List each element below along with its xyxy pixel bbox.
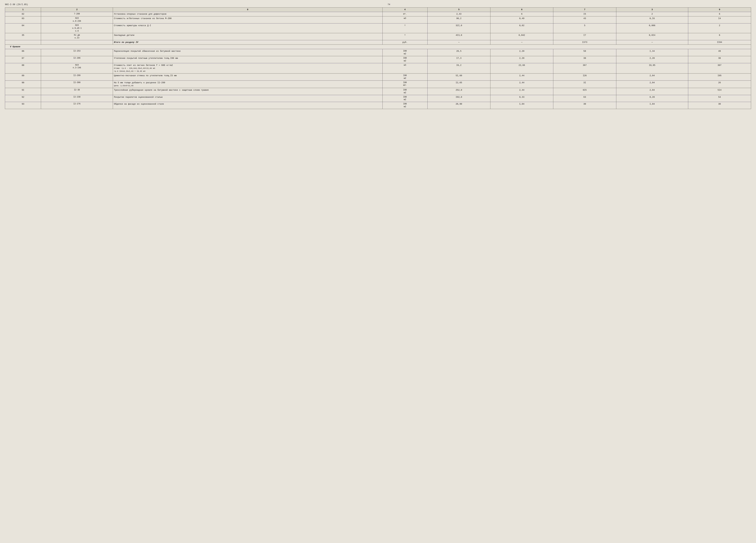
row-col9: 307 [688,63,751,74]
table-row: 90 I2-300 На 5 мм толщи добавить к расце… [5,80,751,88]
total-c5: — [427,40,490,44]
row-ref: ПСП п.3-I46 [41,63,113,74]
row-ref: I2-230 [41,95,113,102]
row-unit: I00 м2- [382,80,427,88]
row-unit: т [382,23,427,33]
total-unit: руб. [382,40,427,44]
col-header-4: 4 [382,8,427,12]
row-col6: I,04 [490,102,553,109]
row-unit: м3 [382,16,427,23]
row-col8: 2,04 [616,88,688,95]
row-col6: 0,042 [490,33,553,40]
row-col5: 5I,60 [427,74,490,81]
row-col6: 2,44 [490,74,553,81]
row-description: Обделки на фасаде из оцинкованной стали [113,102,383,109]
row-col5: I92,0 [427,95,490,102]
table-row: 83 ПСП н.8-236 Стоимость ж/бетонных стак… [5,16,751,23]
row-col5: 2,43 [427,12,490,16]
row-col6: 2,20 [490,56,553,63]
table-row: 86 I2-253 Пароизоляция покрытий обмазочн… [5,49,751,56]
row-ref: I2-253 [41,49,113,56]
col-header-9: 9 [688,8,751,12]
total-ref [41,40,113,44]
row-col9: 2 [688,23,751,33]
header-right [750,3,751,6]
row-col7: I5 [553,12,616,16]
subnote: Отзми: гр.6 - 220,0х0,I0хI,03=22,66 м3 [114,67,155,69]
row-col8: 2,04 [616,80,688,88]
row-ref: I2-299 [41,74,113,81]
row-col5: 28,90 [427,102,490,109]
table-row: 89 I2-299 Цементно-песчаная стяжка по ут… [5,74,751,81]
row-col6: 22,66 [490,63,553,74]
row-unit: I00 м2 [382,56,427,63]
row-description: Утепление покрытий плитным утеплителем т… [113,56,383,63]
total-desc: Итого по разделу IV [113,40,383,44]
row-col5: 90,2 [427,16,490,23]
row-col6: 0,02 [490,23,553,33]
row-id: 83 [5,16,41,23]
row-unit: I00 м2 [382,95,427,102]
row-col6: 0,49 [490,16,553,23]
row-col9: 54 [688,95,751,102]
row-col8: 0,006 [616,23,688,33]
row-col9: 49 [688,49,751,56]
row-col7: 367 [553,63,616,74]
col-header-3: 8 [113,8,383,12]
total-c9: II04 [688,40,751,44]
section-header-cell: V Кровля [5,45,751,49]
row-ref: ПСП н.8-236 [41,16,113,23]
row-col8: I8,95 [616,63,688,74]
row-col7: 38 [553,56,616,63]
col-header-2: 2 [41,8,113,12]
row-col8: 2 [616,12,688,16]
col-header-6: 6 [490,8,553,12]
col-header-8: 3 [616,8,688,12]
col-header-5: 5 [427,8,490,12]
row-unit: I00 м2 [382,88,427,95]
total-c7: I373 [553,40,616,44]
total-c6: — [490,40,553,44]
row-ref: I2-300 [41,80,113,88]
row-description: Закладные детали [113,33,383,40]
row-col5: 26,5 [427,49,490,56]
row-col5: I7,3 [427,56,490,63]
row-col5: 4I3,0 [427,33,490,40]
row-col7: 63 [553,95,616,102]
row-description: Стоимость плит из легких бетонов f = 600… [113,63,383,74]
row-ref: 7-209 [41,12,113,16]
row-id: 82 [5,12,41,16]
row-unit: I00 м2 [382,74,427,81]
row-ref: I2-286 [41,56,113,63]
row-description: Стоимость арматуры класса Д-I [113,23,383,33]
row-description: Цементно-песчаная стяжка по утеплителю т… [113,74,383,81]
row-col9: 6 [688,12,751,16]
row-col8: 0,28 [616,95,688,102]
row-unit: I00 м2 [382,102,427,109]
row-description: На 5 мм толщи добавить к расценке I2-299… [113,80,383,88]
table-header-row: 1 2 8 4 5 6 7 3 9 [5,8,751,12]
table-row: 93 I2-276 Обделки на фасаде из оцинкован… [5,102,751,109]
row-id: 90 [5,80,41,88]
row-col9: 38 [688,56,751,63]
table-row: 87 I2-286 Утепление покрытий плитным уте… [5,56,751,63]
row-description: Покрытие парапетов оцинкованной сталью [113,95,383,102]
row-col5: I2,65 [427,80,490,88]
subnote: гр.8 I04х0,I0хI,03 = I8,95 м3 [114,70,145,72]
row-col7: I26 [553,74,616,81]
row-ref: ПСП н.9,е8-1 н.6 [41,23,113,33]
row-col8: I,04 [616,102,688,109]
row-id: 92 [5,95,41,102]
row-col6: 2,20 [490,49,553,56]
main-table: 1 2 8 4 5 6 7 3 9 82 7-209 Установка опо… [5,7,751,109]
row-description: Стоимость ж/бетонных стаканов из бетона … [113,16,383,23]
row-ref: Ко дм н.I3 [41,33,113,40]
page-header: 90I-I-30 (IX/I.85) 74 [5,3,751,6]
table-row: 84 ПСП н.9,е8-1 н.6 Стоимость арматуры к… [5,23,751,33]
row-col8: I,34 [616,49,688,56]
row-col7: 58 [553,49,616,56]
row-description: Пароизоляция покрытий обмазочная из биту… [113,49,383,56]
row-description: Установка опорных стаканов для дефекторо… [113,12,383,16]
row-col6: 0,33 [490,95,553,102]
col-header-7: 7 [553,8,616,12]
